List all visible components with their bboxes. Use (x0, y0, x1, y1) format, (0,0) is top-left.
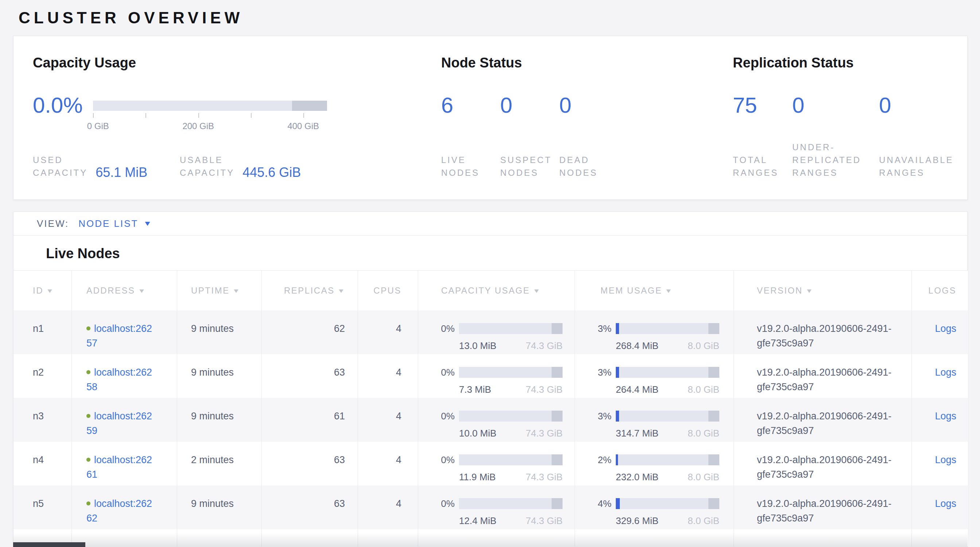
axis-tick-label: 0 GiB (87, 121, 109, 131)
logs-link[interactable]: Logs (935, 410, 956, 421)
capacity-gauge-bar (93, 101, 327, 111)
node-replicas-cell: 63 (262, 485, 358, 529)
sort-desc-icon: ▼ (805, 288, 814, 294)
node-cpus-cell: 4 (358, 354, 418, 398)
node-address-link[interactable]: localhost:26258 (86, 367, 152, 393)
sort-desc-icon: ▼ (665, 288, 673, 294)
sort-desc-icon: ▼ (533, 288, 541, 294)
mem-usage-bar (616, 454, 719, 465)
capacity-usage-section: Capacity Usage 0.0% 0 GiB (33, 55, 346, 179)
capacity-usage-bar (459, 410, 563, 421)
node-version-cell: v19.2.0-alpha.20190606-2491-gfe735c9a97 (734, 485, 912, 529)
total-ranges-label: RANGES (733, 166, 792, 179)
live-nodes-label: LIVE (441, 154, 500, 166)
node-capacity-usage-cell: 0% 13.0 MiB74.3 GiB (418, 310, 575, 354)
node-status-section: Node Status 6 LIVE NODES 0 SUSPECT NODES (441, 55, 696, 179)
table-row: n3 localhost:26259 9 minutes 61 4 0% 10.… (13, 398, 967, 442)
view-selector-dropdown[interactable]: NODE LIST ▼ (78, 218, 151, 229)
mem-usage-bar (616, 367, 719, 378)
table-header-row: ID▼ ADDRESS▼ UPTIME▼ REPLICAS▼ CPUS CAPA… (13, 270, 967, 310)
live-status-dot (86, 501, 91, 506)
dead-nodes-value: 0 (559, 93, 598, 118)
node-address-cell: localhost:26258 (72, 354, 177, 398)
used-capacity-label-line1: USED (33, 154, 88, 166)
axis-tick (145, 113, 146, 118)
sort-desc-icon: ▼ (232, 288, 241, 294)
node-uptime-cell: 9 minutes (177, 354, 262, 398)
replication-status-section: Replication Status 75 TOTAL RANGES 0 UND… (733, 55, 968, 179)
table-row: n1 localhost:26257 9 minutes 62 4 0% 13.… (13, 310, 967, 354)
logs-link[interactable]: Logs (935, 367, 956, 378)
node-mem-usage-cell: 4% 329.6 MiB8.0 GiB (575, 485, 734, 529)
node-mem-usage-cell: 2% 232.0 MiB8.0 GiB (575, 442, 734, 485)
usable-capacity-label-line1: USABLE (180, 154, 234, 166)
under-replicated-ranges-value: 0 (792, 93, 879, 118)
logs-link[interactable]: Logs (935, 454, 956, 465)
page-title: CLUSTER OVERVIEW (19, 9, 243, 27)
column-header-logs: LOGS (912, 270, 968, 310)
capacity-gauge-unusable-segment (292, 101, 327, 111)
dead-nodes-label: NODES (559, 166, 598, 179)
column-header-mem-usage[interactable]: MEM USAGE▼ (575, 270, 734, 310)
used-capacity-stat: USED CAPACITY 65.1 MiB (33, 154, 180, 179)
usable-capacity-stat: USABLE CAPACITY 445.6 GiB (180, 154, 301, 179)
column-header-replicas[interactable]: REPLICAS▼ (262, 270, 358, 310)
axis-tick (93, 113, 94, 118)
chevron-down-icon: ▼ (143, 219, 152, 227)
node-mem-usage-cell: 3% 268.4 MiB8.0 GiB (575, 310, 734, 354)
mem-usage-bar (616, 498, 719, 509)
node-logs-cell: Logs (912, 398, 968, 442)
logs-link[interactable]: Logs (935, 323, 956, 334)
capacity-usage-bar (459, 367, 563, 378)
node-id-cell: n2 (13, 354, 72, 398)
column-header-capacity-usage[interactable]: CAPACITY USAGE▼ (418, 270, 575, 310)
column-header-cpus: CPUS (358, 270, 418, 310)
usable-capacity-value: 445.6 GiB (242, 165, 301, 180)
node-version-cell: v19.2.0-alpha.20190606-2491-gfe735c9a97 (734, 398, 912, 442)
total-ranges-label: TOTAL (733, 154, 792, 166)
node-logs-cell: Logs (912, 442, 968, 485)
node-id-cell: n5 (13, 485, 72, 529)
unavailable-ranges-label: RANGES (879, 166, 954, 179)
dead-nodes-label: DEAD (559, 154, 598, 166)
live-nodes-label: NODES (441, 166, 500, 179)
scrollbar-thumb[interactable] (13, 542, 85, 547)
capacity-usage-bar (459, 454, 563, 465)
node-cpus-cell: 4 (358, 310, 418, 354)
node-id-cell: n3 (13, 398, 72, 442)
usable-capacity-label-line2: CAPACITY (180, 166, 234, 179)
node-replicas-cell: 62 (262, 310, 358, 354)
node-address-link[interactable]: localhost:26259 (86, 410, 152, 436)
node-logs-cell: Logs (912, 485, 968, 529)
capacity-usage-title: Capacity Usage (33, 55, 346, 71)
column-header-version[interactable]: VERSION▼ (734, 270, 912, 310)
axis-tick (198, 113, 199, 118)
logs-link[interactable]: Logs (935, 498, 956, 509)
under-replicated-ranges-label: REPLICATED (792, 154, 879, 166)
node-version-cell: v19.2.0-alpha.20190606-2491-gfe735c9a97 (734, 354, 912, 398)
node-address-link[interactable]: localhost:26261 (86, 454, 152, 480)
unavailable-ranges-label: UNAVAILABLE (879, 154, 954, 166)
node-uptime-cell: 2 minutes (177, 442, 262, 485)
sort-desc-icon: ▼ (138, 288, 146, 294)
node-logs-cell: Logs (912, 310, 968, 354)
live-status-dot (86, 370, 91, 374)
node-uptime-cell: 9 minutes (177, 485, 262, 529)
node-address-link[interactable]: localhost:26262 (86, 498, 152, 524)
column-header-uptime[interactable]: UPTIME▼ (177, 270, 262, 310)
node-id-cell: n1 (13, 310, 72, 354)
node-capacity-usage-cell: 0% 12.4 MiB74.3 GiB (418, 485, 575, 529)
node-uptime-cell: 9 minutes (177, 398, 262, 442)
column-header-id[interactable]: ID▼ (13, 270, 72, 310)
node-mem-usage-cell: 3% 314.7 MiB8.0 GiB (575, 398, 734, 442)
axis-tick (303, 113, 304, 118)
node-address-cell: localhost:26261 (72, 442, 177, 485)
node-address-cell: localhost:26257 (72, 310, 177, 354)
node-address-link[interactable]: localhost:26257 (86, 323, 152, 348)
table-row: n4 localhost:26261 2 minutes 63 4 0% 11.… (13, 442, 967, 485)
node-cpus-cell: 4 (358, 485, 418, 529)
column-header-address[interactable]: ADDRESS▼ (72, 270, 177, 310)
capacity-usage-bar (459, 323, 563, 334)
suspect-nodes-label: SUSPECT (500, 154, 559, 166)
live-nodes-value: 6 (441, 93, 500, 118)
